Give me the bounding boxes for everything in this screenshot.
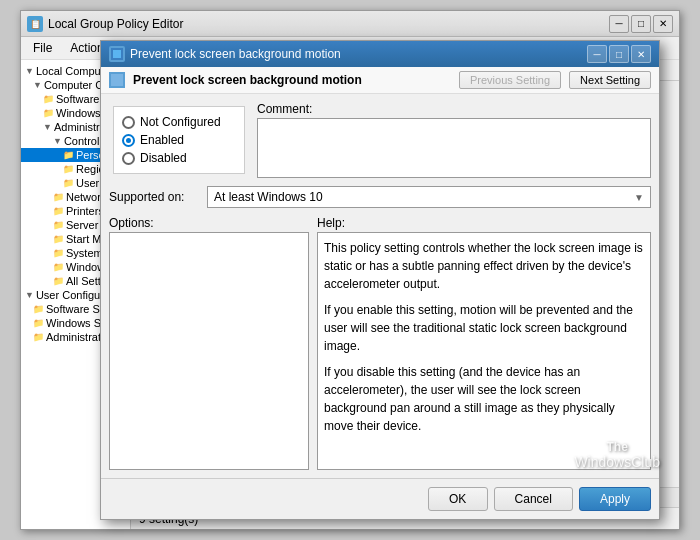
- comment-label: Comment:: [257, 102, 651, 116]
- folder-icon-14: 📁: [33, 318, 44, 328]
- supported-value: At least Windows 10: [214, 190, 323, 204]
- folder-icon-4: 📁: [63, 164, 74, 174]
- outer-window-title: Local Group Policy Editor: [48, 17, 183, 31]
- radio-enabled-label: Enabled: [140, 133, 184, 147]
- radio-circle-enabled: [122, 134, 135, 147]
- folder-icon-12: 📁: [53, 276, 64, 286]
- options-box: [109, 232, 309, 470]
- outer-minimize-button[interactable]: ─: [609, 15, 629, 33]
- folder-icon-7: 📁: [53, 206, 64, 216]
- folder-icon-8: 📁: [53, 220, 64, 230]
- ok-button[interactable]: OK: [428, 487, 488, 511]
- comment-textarea[interactable]: [257, 118, 651, 178]
- folder-icon-5: 📁: [63, 178, 74, 188]
- radio-disabled[interactable]: Disabled: [122, 151, 236, 165]
- expand-icon-2: ▼: [33, 80, 42, 90]
- outer-close-button[interactable]: ✕: [653, 15, 673, 33]
- folder-icon-11: 📁: [53, 262, 64, 272]
- policy-dialog: Prevent lock screen background motion ─ …: [100, 40, 660, 520]
- apply-button[interactable]: Apply: [579, 487, 651, 511]
- dialog-close-button[interactable]: ✕: [631, 45, 651, 63]
- tree-system-label: System: [66, 247, 103, 259]
- next-setting-button[interactable]: Next Setting: [569, 71, 651, 89]
- supported-value-box: At least Windows 10 ▼: [207, 186, 651, 208]
- supported-label: Supported on:: [109, 190, 199, 204]
- menu-file[interactable]: File: [25, 39, 60, 57]
- radio-not-configured[interactable]: Not Configured: [122, 115, 236, 129]
- dialog-minimize-button[interactable]: ─: [587, 45, 607, 63]
- dialog-icon: [109, 46, 125, 62]
- help-para-2: If you enable this setting, motion will …: [324, 301, 644, 355]
- tree-server-label: Server: [66, 219, 98, 231]
- help-label: Help:: [317, 216, 651, 230]
- expand-icon: ▼: [25, 66, 34, 76]
- dropdown-arrow-icon: ▼: [634, 192, 644, 203]
- folder-icon-6: 📁: [53, 192, 64, 202]
- folder-icon-3: 📁: [63, 150, 74, 160]
- radio-circle-not-configured: [122, 116, 135, 129]
- radio-disabled-label: Disabled: [140, 151, 187, 165]
- radio-enabled[interactable]: Enabled: [122, 133, 236, 147]
- folder-icon-1: 📁: [43, 94, 54, 104]
- radio-not-configured-label: Not Configured: [140, 115, 221, 129]
- expand-icon-4: ▼: [53, 136, 62, 146]
- folder-icon-2: 📁: [43, 108, 54, 118]
- help-para-3: If you disable this setting (and the dev…: [324, 363, 644, 435]
- help-para-1: This policy setting controls whether the…: [324, 239, 644, 293]
- folder-icon-15: 📁: [33, 332, 44, 342]
- cancel-button[interactable]: Cancel: [494, 487, 573, 511]
- outer-maximize-button[interactable]: □: [631, 15, 651, 33]
- help-box: This policy setting controls whether the…: [317, 232, 651, 470]
- folder-icon-13: 📁: [33, 304, 44, 314]
- folder-icon-9: 📁: [53, 234, 64, 244]
- expand-icon-3: ▼: [43, 122, 52, 132]
- dialog-title: Prevent lock screen background motion: [130, 47, 341, 61]
- tree-printers-label: Printers: [66, 205, 104, 217]
- options-label: Options:: [109, 216, 309, 230]
- folder-icon-10: 📁: [53, 248, 64, 258]
- prev-setting-button[interactable]: Previous Setting: [459, 71, 561, 89]
- svg-rect-1: [113, 50, 121, 58]
- dialog-maximize-button[interactable]: □: [609, 45, 629, 63]
- app-icon: 📋: [27, 16, 43, 32]
- dialog-toolbar-title: Prevent lock screen background motion: [133, 73, 451, 87]
- expand-icon-5: ▼: [25, 290, 34, 300]
- dialog-toolbar-icon: [109, 72, 125, 88]
- radio-circle-disabled: [122, 152, 135, 165]
- svg-rect-3: [111, 74, 123, 86]
